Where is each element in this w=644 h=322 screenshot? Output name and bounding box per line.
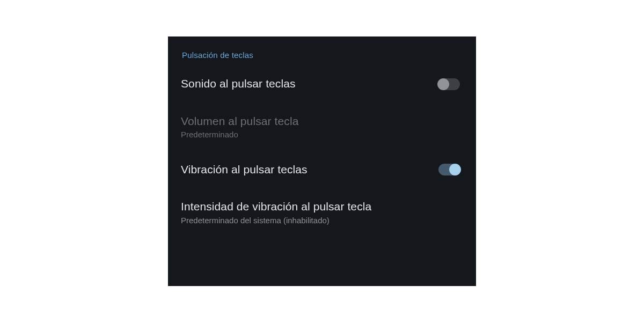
setting-text: Volumen al pulsar tecla Predeterminado [181,114,463,140]
setting-sound-on-keypress[interactable]: Sonido al pulsar teclas [181,71,463,97]
switch-vibration-on-keypress[interactable] [438,164,460,175]
setting-title: Intensidad de vibración al pulsar tecla [181,200,463,214]
setting-title: Vibración al pulsar teclas [181,163,438,177]
settings-panel: Pulsación de teclas Sonido al pulsar tec… [168,36,476,286]
spacer [181,143,463,157]
setting-title: Volumen al pulsar tecla [181,114,463,128]
setting-vibration-intensity[interactable]: Intensidad de vibración al pulsar tecla … [181,196,463,229]
setting-subtitle: Predeterminado [181,129,463,140]
setting-title: Sonido al pulsar teclas [181,77,438,91]
setting-text: Sonido al pulsar teclas [181,77,438,91]
section-header-keypress: Pulsación de teclas [182,50,463,60]
setting-subtitle: Predeterminado del sistema (inhabilitado… [181,215,463,226]
switch-thumb [437,78,449,90]
switch-thumb [449,164,461,175]
setting-text: Vibración al pulsar teclas [181,163,438,177]
setting-text: Intensidad de vibración al pulsar tecla … [181,200,463,225]
spacer [181,97,463,111]
spacer [181,182,463,196]
setting-vibration-on-keypress[interactable]: Vibración al pulsar teclas [181,157,463,182]
switch-sound-on-keypress[interactable] [438,78,460,90]
stage: Pulsación de teclas Sonido al pulsar tec… [0,0,644,322]
setting-volume-on-keypress: Volumen al pulsar tecla Predeterminado [181,111,463,143]
